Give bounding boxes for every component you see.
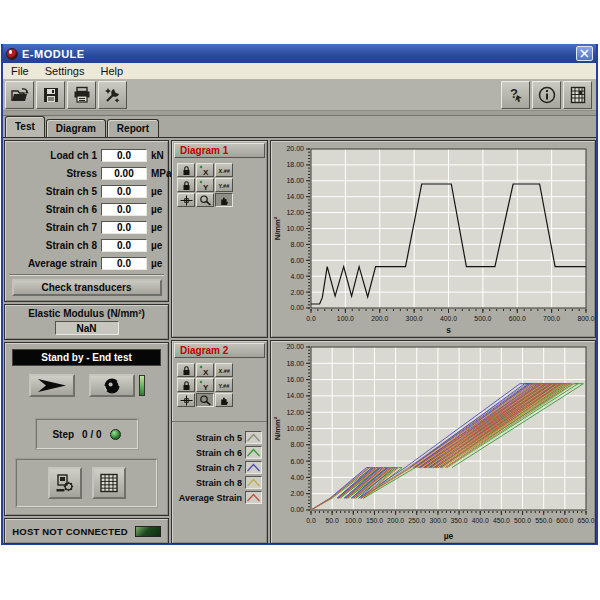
legend-label: Strain ch 8	[196, 478, 242, 488]
legend-item[interactable]: Strain ch 7	[172, 460, 267, 475]
menu-item[interactable]: Settings	[37, 63, 93, 79]
readout-value-field[interactable]: 0.00	[101, 167, 147, 180]
readout-unit: µe	[151, 204, 168, 215]
diagram2-legend: Strain ch 5 Strain ch 6	[172, 421, 267, 505]
svg-text:Y: Y	[203, 382, 209, 391]
readout-label: Load ch 1	[5, 150, 97, 161]
readout-unit: µe	[151, 258, 168, 269]
readout-value-field[interactable]: 0.0	[101, 221, 147, 234]
readout-value-field[interactable]: 0.0	[101, 257, 147, 270]
svg-text:150.0: 150.0	[366, 517, 383, 524]
run-indicator	[139, 375, 145, 396]
y-scale-format-button[interactable]: Y.##	[215, 378, 233, 392]
zoom-tool-button[interactable]	[196, 393, 214, 407]
lock-y-button[interactable]	[177, 378, 195, 392]
tools-icon	[103, 85, 123, 105]
x-scale-format-icon: X.##	[218, 365, 231, 376]
divider	[9, 274, 164, 276]
chart1-stress-time[interactable]: 0.0100.0200.0300.0400.0500.0600.0700.080…	[271, 141, 595, 337]
start-button[interactable]	[29, 374, 75, 397]
pan-tool-button[interactable]	[215, 393, 233, 407]
svg-text:N/mm²: N/mm²	[273, 216, 282, 240]
check-transducers-button[interactable]: Check transducers	[12, 279, 162, 296]
svg-text:4.00: 4.00	[290, 273, 304, 280]
close-button[interactable]	[576, 46, 593, 61]
machine-icon	[54, 472, 76, 494]
autoscale-y-button[interactable]: Y	[196, 378, 214, 392]
readout-value-field[interactable]: 0.0	[101, 239, 147, 252]
stop-button[interactable]	[89, 374, 135, 397]
cursor-tool-button[interactable]	[177, 393, 195, 407]
readout-value-field[interactable]: 0.0	[101, 203, 147, 216]
autoscale-y-icon: Y	[199, 180, 212, 191]
svg-text:600.0: 600.0	[556, 517, 573, 524]
grid-button[interactable]	[563, 81, 592, 109]
svg-text:100.0: 100.0	[337, 315, 354, 322]
legend-label: Average Strain	[179, 493, 242, 503]
lock-y-icon	[180, 380, 193, 391]
readout-row: Strain ch 8 0.0 µe	[5, 236, 168, 254]
table-icon	[98, 472, 120, 494]
readout-unit: µe	[151, 240, 168, 251]
tab[interactable]: Diagram	[46, 119, 106, 137]
menu-item[interactable]: File	[3, 63, 37, 79]
menu-item[interactable]: Help	[92, 63, 131, 79]
autoscale-x-button[interactable]: X	[196, 163, 214, 177]
y-scale-format-icon: Y.##	[218, 180, 231, 191]
readout-row: Strain ch 7 0.0 µe	[5, 218, 168, 236]
y-scale-format-button[interactable]: Y.##	[215, 178, 233, 192]
legend-item[interactable]: Strain ch 5	[172, 430, 267, 445]
autoscale-x-icon: X	[199, 165, 212, 176]
zoom-tool-button[interactable]	[196, 193, 214, 207]
svg-text:500.0: 500.0	[514, 517, 531, 524]
readout-value-field[interactable]: 0.0	[101, 149, 147, 162]
legend-item[interactable]: Average Strain	[172, 490, 267, 505]
tab[interactable]: Test	[5, 116, 45, 137]
svg-text:200.0: 200.0	[387, 517, 404, 524]
info-button[interactable]	[532, 81, 561, 109]
main-area: Load ch 1 0.0 kN Stress 0.00 MPa Strain …	[3, 137, 596, 543]
close-icon	[580, 49, 589, 58]
open-button[interactable]	[5, 81, 34, 109]
lock-x-button[interactable]	[177, 363, 195, 377]
data-table-button[interactable]	[92, 467, 126, 499]
svg-text:2.00: 2.00	[290, 289, 304, 296]
legend-item[interactable]: Strain ch 6	[172, 445, 267, 460]
tab-strip: TestDiagramReport	[3, 116, 596, 137]
svg-text:650.0: 650.0	[577, 517, 594, 524]
lock-y-button[interactable]	[177, 178, 195, 192]
play-icon	[35, 377, 69, 394]
tab[interactable]: Report	[107, 119, 159, 137]
grid-icon	[568, 85, 588, 105]
readout-value-field[interactable]: 0.0	[101, 185, 147, 198]
readout-label: Strain ch 6	[5, 204, 97, 215]
svg-text:700.0: 700.0	[543, 315, 560, 322]
readout-label: Average strain	[5, 258, 97, 269]
legend-item[interactable]: Strain ch 8	[172, 475, 267, 490]
diagram1-graph-palette: XX.##YY.##	[177, 163, 267, 207]
svg-text:X: X	[203, 367, 209, 376]
x-scale-format-button[interactable]: X.##	[215, 363, 233, 377]
tools-button[interactable]	[98, 81, 127, 109]
title-bar[interactable]: E-MODULE	[3, 44, 596, 63]
legend-label: Strain ch 7	[196, 463, 242, 473]
elastic-modulus-value: NaN	[55, 321, 119, 335]
chart2-stress-strain[interactable]: 0.050.0100.0150.0200.0250.0300.0350.0400…	[271, 341, 595, 543]
autoscale-y-button[interactable]: Y	[196, 178, 214, 192]
host-status-label: HOST NOT CONNECTED	[12, 526, 128, 537]
help-button[interactable]: ?	[501, 81, 530, 109]
pan-tool-button[interactable]	[215, 193, 233, 207]
x-scale-format-button[interactable]: X.##	[215, 163, 233, 177]
svg-text:X.##: X.##	[218, 368, 229, 374]
zoom-tool-icon	[199, 195, 212, 206]
lock-x-button[interactable]	[177, 163, 195, 177]
print-button[interactable]	[67, 81, 96, 109]
svg-text:0.0: 0.0	[306, 315, 316, 322]
window-title: E-MODULE	[22, 48, 576, 60]
machine-setup-button[interactable]	[48, 467, 82, 499]
lock-y-icon	[180, 180, 193, 191]
autoscale-x-button[interactable]: X	[196, 363, 214, 377]
save-button[interactable]	[36, 81, 65, 109]
cursor-tool-button[interactable]	[177, 193, 195, 207]
svg-text:600.0: 600.0	[509, 315, 526, 322]
